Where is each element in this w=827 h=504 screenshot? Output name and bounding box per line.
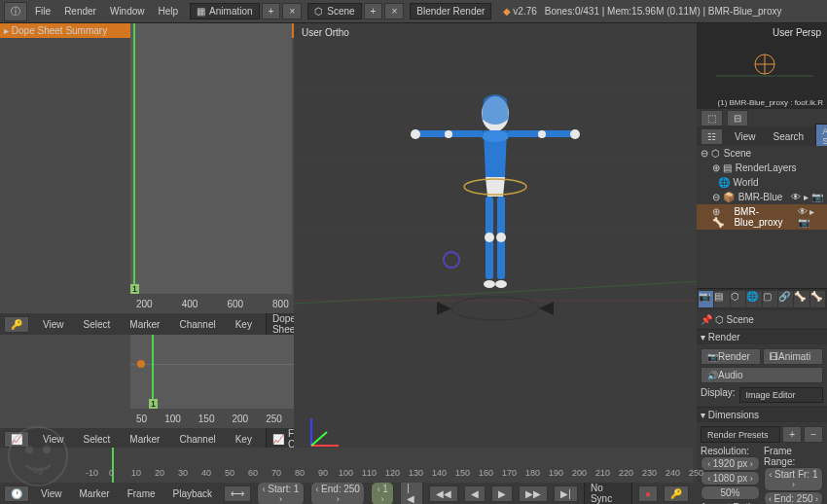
svg-point-31	[25, 446, 33, 453]
tab-layers[interactable]: ▤	[714, 291, 729, 307]
menu-marker[interactable]: Marker	[124, 432, 165, 447]
current-frame-field[interactable]: ‹ 1 ›	[371, 482, 394, 505]
tab-object[interactable]: ▢	[763, 291, 777, 307]
layout-dropdown[interactable]: ▦ Animation	[190, 3, 259, 19]
mini-viewport-header: ⬚ ⊟	[697, 109, 827, 126]
properties-editor: 📷 ▤ ⬡ 🌐 ▢ 🔗 🦴 🦴 📌 ⬡ Scene ▾ Render 📷Rend…	[697, 288, 827, 504]
menu-marker[interactable]: Marker	[74, 486, 116, 501]
menu-file[interactable]: File	[29, 4, 56, 18]
menu-frame[interactable]: Frame	[122, 486, 162, 501]
tab-render[interactable]: 📷	[699, 291, 713, 307]
outliner-item-armature[interactable]: ⊕ 🦴 BMR-Blue_proxy 👁 ▸ 📷	[697, 204, 827, 230]
svg-point-32	[43, 446, 51, 453]
res-pct-field[interactable]: 50%	[701, 486, 760, 500]
render-button[interactable]: 📷Render	[701, 348, 761, 365]
remove-scene-button[interactable]: ×	[384, 3, 404, 19]
menu-channel[interactable]: Channel	[173, 432, 221, 447]
animation-button[interactable]: 🎞Animati	[763, 348, 823, 365]
collapse-icon[interactable]: ⊟	[727, 110, 748, 126]
render-panel-header[interactable]: ▾ Render	[697, 330, 827, 344]
scene-dropdown[interactable]: ⬡ Scene	[307, 3, 361, 19]
svg-point-30	[9, 427, 67, 486]
menu-key[interactable]: Key	[230, 432, 258, 447]
add-scene-button[interactable]: +	[364, 3, 383, 19]
sync-dropdown[interactable]: No Sync	[584, 480, 632, 504]
grid-icon: ▦	[197, 6, 205, 17]
stats-label: Bones:0/431 | Mem:15.96M (0.11M) | BMR-B…	[545, 6, 782, 17]
menu-search[interactable]: Search	[768, 129, 810, 144]
keying-set-icon[interactable]: 🔑	[664, 486, 689, 502]
dimensions-panel-header[interactable]: ▾ Dimensions	[697, 408, 827, 422]
audio-button[interactable]: 🔊Audio	[701, 367, 823, 383]
range-icon[interactable]: ⟷	[224, 486, 251, 502]
editor-type-icon[interactable]: ⓘ	[4, 2, 27, 21]
add-layout-button[interactable]: +	[262, 3, 281, 19]
resolution-label: Resolution:	[701, 446, 760, 456]
menu-window[interactable]: Window	[104, 4, 151, 18]
editor-type-icon[interactable]: ☷	[701, 128, 723, 145]
engine-dropdown[interactable]: Blender Render	[410, 3, 491, 19]
remove-preset-button[interactable]: −	[804, 426, 823, 443]
3d-viewport[interactable]: User Ortho	[294, 23, 697, 483]
menu-key[interactable]: Key	[230, 317, 258, 332]
menu-select[interactable]: Select	[78, 317, 117, 332]
outliner-item-renderlayers[interactable]: ⊕ ▤ RenderLayers	[697, 161, 827, 175]
menu-channel[interactable]: Channel	[173, 317, 221, 332]
jump-end-button[interactable]: ▶|	[554, 486, 578, 502]
svg-point-12	[538, 130, 546, 138]
start-frame-field[interactable]: ‹ Start Fr: 1 ›	[764, 467, 823, 491]
tab-scene[interactable]: ⬡	[731, 291, 745, 307]
right-column: User Persp (1) BMR-Blue_proxy : foot.ik.…	[697, 23, 827, 504]
play-reverse-button[interactable]: ◀	[464, 486, 485, 502]
start-frame-field[interactable]: ‹ Start: 1 ›	[257, 482, 305, 505]
dopesheet-ruler: 200400600800	[136, 299, 294, 309]
menu-view[interactable]: View	[729, 129, 762, 144]
triangle-icon: ▸	[4, 25, 9, 36]
outliner-item-world[interactable]: 🌐 World	[697, 175, 827, 190]
svg-point-10	[570, 129, 580, 139]
editor-type-icon[interactable]: ⬚	[701, 110, 723, 126]
menu-view[interactable]: View	[37, 317, 70, 332]
keyframe-dot[interactable]	[137, 360, 145, 368]
display-dropdown[interactable]: Image Editor	[739, 387, 823, 403]
timeline-editor: -10 0 10 20 30 40 50 60 70 80 90 100 110…	[0, 448, 693, 504]
svg-point-18	[495, 280, 507, 288]
tab-world[interactable]: 🌐	[746, 291, 761, 307]
menu-select[interactable]: Select	[78, 432, 117, 447]
menu-help[interactable]: Help	[153, 4, 185, 18]
properties-tabs: 📷 ▤ ⬡ 🌐 ▢ 🔗 🦴 🦴	[697, 289, 827, 310]
tab-data[interactable]: 🦴	[794, 291, 809, 307]
end-frame-field[interactable]: ‹ End: 250 ›	[764, 491, 823, 504]
add-preset-button[interactable]: +	[782, 426, 802, 443]
svg-line-25	[311, 432, 327, 446]
presets-dropdown[interactable]: Render Presets	[701, 426, 780, 443]
fcurve-editor[interactable]: 1 50100150200250	[0, 335, 294, 428]
jump-start-button[interactable]: |◀	[400, 480, 423, 504]
tab-constraint[interactable]: 🔗	[778, 291, 793, 307]
svg-point-20	[451, 297, 539, 320]
play-button[interactable]: ▶	[491, 486, 513, 502]
character-armature[interactable]	[378, 90, 612, 362]
res-y-field[interactable]: ‹ 1080 px ›	[701, 471, 760, 486]
timeline-ruler[interactable]: -10 0 10 20 30 40 50 60 70 80 90 100 110…	[0, 448, 693, 483]
tab-bone[interactable]: 🦴	[810, 291, 825, 307]
end-frame-field[interactable]: ‹ End: 250 ›	[310, 482, 365, 505]
autokey-button[interactable]: ●	[638, 486, 658, 502]
svg-point-9	[411, 129, 420, 139]
outliner-item-scene[interactable]: ⊖ ⬡ Scene	[697, 146, 827, 161]
camera-viewport[interactable]: User Persp (1) BMR-Blue_proxy : foot.ik.…	[697, 23, 827, 109]
menu-playback[interactable]: Playback	[167, 486, 219, 501]
info-header: ⓘ File Render Window Help ▦ Animation + …	[0, 0, 827, 23]
svg-point-11	[445, 130, 452, 138]
menu-render[interactable]: Render	[58, 4, 102, 18]
dopesheet-editor[interactable]: ▸ Dope Sheet Summary 1 200400600800	[0, 23, 294, 313]
outliner[interactable]: ⊖ ⬡ Scene ⊕ ▤ RenderLayers 🌐 World ⊖ 📦 B…	[697, 146, 827, 288]
outliner-item-group[interactable]: ⊖ 📦 BMR-Blue 👁 ▸ 📷	[697, 190, 827, 204]
res-x-field[interactable]: ‹ 1920 px ›	[701, 456, 760, 471]
next-key-button[interactable]: ▶▶	[519, 486, 548, 502]
svg-point-15	[485, 233, 494, 242]
remove-layout-button[interactable]: ×	[282, 3, 302, 19]
editor-type-icon[interactable]: 🔑	[4, 316, 29, 333]
prev-key-button[interactable]: ◀◀	[429, 486, 458, 502]
menu-marker[interactable]: Marker	[124, 317, 165, 332]
